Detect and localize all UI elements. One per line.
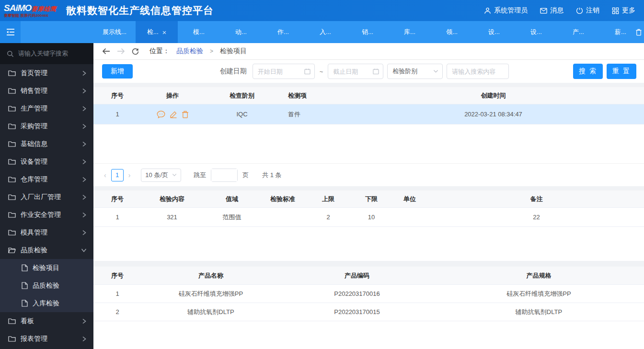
- chevron-down-icon: [433, 69, 438, 73]
- cell-unit: [391, 208, 429, 227]
- start-date-field: [253, 64, 315, 79]
- sidebar-item-equipment[interactable]: 设备管理: [0, 153, 93, 170]
- search-button[interactable]: 搜 索: [573, 64, 603, 79]
- add-button[interactable]: 新增: [102, 64, 133, 79]
- table-header-row: 序号 产品名称 产品编码 产品规格: [93, 267, 644, 285]
- breadcrumb-parent-link[interactable]: 品质检验: [176, 47, 203, 56]
- tab-close-icon[interactable]: ×: [162, 29, 167, 36]
- refresh-button[interactable]: [132, 48, 139, 55]
- breadcrumb-current: 检验项目: [220, 47, 247, 56]
- top-header: SAiMO赛摩雄鹰 赛摩智能 股票代码300466 散料数智化生产线信息管控平台…: [0, 0, 644, 21]
- sidebar-item-warehouse[interactable]: 仓库管理: [0, 170, 93, 188]
- end-date-input[interactable]: [328, 64, 383, 79]
- cell-actions: [141, 104, 204, 124]
- chevron-right-icon: [82, 106, 87, 112]
- jump-label: 跳至: [194, 171, 206, 180]
- breadcrumb-separator: >: [210, 48, 213, 55]
- sidebar-item-sales[interactable]: 销售管理: [0, 82, 93, 100]
- chevron-right-icon: [82, 70, 87, 76]
- tab-item[interactable]: 动...: [220, 21, 262, 43]
- tab-item[interactable]: 销...: [346, 21, 389, 43]
- jump-page-field: [211, 169, 238, 182]
- page-number-button[interactable]: 1: [111, 169, 124, 181]
- col-upper-limit: 上限: [304, 191, 352, 208]
- close-all-tabs-button[interactable]: [635, 21, 642, 43]
- col-seq: 序号: [93, 267, 141, 285]
- user-menu[interactable]: 系统管理员: [484, 6, 528, 15]
- sidebar-item-purchase[interactable]: 采购管理: [0, 117, 93, 135]
- sidebar-item-kanban[interactable]: 看板: [0, 312, 93, 330]
- sidebar-item-reports[interactable]: 报表管理: [0, 330, 93, 348]
- logout-button[interactable]: 注销: [576, 6, 599, 15]
- col-lower-limit: 下限: [352, 191, 391, 208]
- delete-icon[interactable]: [182, 111, 189, 118]
- hamburger-collapse-icon: [6, 28, 15, 36]
- folder-icon: [8, 158, 16, 165]
- back-button[interactable]: [102, 48, 110, 55]
- tab-item[interactable]: 设...: [473, 21, 515, 43]
- cell-lower-limit: 10: [352, 208, 391, 227]
- tab-item[interactable]: 模...: [178, 21, 220, 43]
- keyword-search-field: [447, 64, 509, 79]
- folder-icon: [8, 229, 16, 236]
- submenu-item-quality-inspection[interactable]: 品质检验: [0, 277, 93, 294]
- messages-button[interactable]: 消息: [540, 6, 564, 15]
- tab-item-active[interactable]: 检...×: [136, 21, 178, 43]
- table-header-row: 序号 操作 检查阶别 检测项 创建时间: [93, 87, 644, 104]
- cell-product-name: 硅灰石纤维填充增强PP: [141, 285, 280, 303]
- brand-logo: SAiMO赛摩雄鹰 赛摩智能 股票代码300466: [0, 3, 63, 18]
- cell-product-spec: 辅助抗氧剂DLTP: [434, 303, 644, 321]
- cell-remark: 22: [429, 208, 644, 227]
- sidebar-item-work-safety[interactable]: 作业安全管理: [0, 206, 93, 224]
- reset-button[interactable]: 重 置: [607, 64, 636, 79]
- page-size-select[interactable]: 10 条/页: [141, 169, 181, 182]
- keyword-search-input[interactable]: [447, 64, 508, 79]
- table-row[interactable]: 2 辅助抗氧剂DLTP P202203170015 辅助抗氧剂DLTP: [93, 303, 644, 321]
- cell-product-code: P202203170015: [280, 303, 434, 321]
- end-date-field: [328, 64, 383, 79]
- cell-item: 首件: [280, 104, 343, 124]
- sidebar-search[interactable]: 请输入关键字搜索: [0, 43, 93, 64]
- filter-toolbar: 新增 创建日期 ~ 检验阶别: [93, 60, 644, 83]
- chevron-right-icon: [82, 159, 87, 165]
- app-window: SAiMO赛摩雄鹰 赛摩智能 股票代码300466 散料数智化生产线信息管控平台…: [0, 0, 644, 349]
- submenu-item-warehousing-inspection[interactable]: 入库检验: [0, 294, 93, 312]
- collapse-sidebar-button[interactable]: [0, 21, 21, 43]
- edit-icon[interactable]: [170, 111, 177, 118]
- sidebar-search-placeholder: 请输入关键字搜索: [18, 49, 68, 58]
- sidebar-item-gate-management[interactable]: 入厂出厂管理: [0, 188, 93, 206]
- inspection-stage-select[interactable]: 检验阶别: [387, 64, 443, 79]
- tab-item[interactable]: 设...: [515, 21, 557, 43]
- start-date-input[interactable]: [253, 64, 314, 79]
- forward-button[interactable]: [117, 48, 125, 55]
- tab-item[interactable]: 入...: [304, 21, 346, 43]
- table-row-selected[interactable]: 1 IQC 首件 2022-03-21 08:34:47: [93, 104, 644, 124]
- sidebar-item-home[interactable]: 首页管理: [0, 64, 93, 82]
- sidebar-item-basic-info[interactable]: 基础信息: [0, 135, 93, 153]
- refresh-icon: [132, 48, 139, 55]
- tab-item[interactable]: 领...: [431, 21, 473, 43]
- table-row[interactable]: 1 321 范围值 2 10 22: [93, 208, 644, 227]
- more-button[interactable]: 更多: [612, 6, 635, 15]
- jump-page-input[interactable]: [211, 169, 237, 181]
- submenu-item-inspection-items[interactable]: 检验项目: [0, 259, 93, 277]
- tab-item[interactable]: 库...: [389, 21, 431, 43]
- tab-item[interactable]: 作...: [262, 21, 304, 43]
- page-title: 散料数智化生产线信息管控平台: [66, 4, 214, 17]
- table-row[interactable]: 1 硅灰石纤维填充增强PP P202203170016 硅灰石纤维填充增强PP: [93, 285, 644, 303]
- next-page-button[interactable]: ›: [128, 171, 131, 179]
- tab-item[interactable]: 产...: [557, 21, 599, 43]
- sidebar-item-mold[interactable]: 模具管理: [0, 224, 93, 241]
- col-seq: 序号: [93, 191, 141, 208]
- detail-comment-icon[interactable]: [157, 111, 165, 118]
- table-header-row: 序号 检验内容 值域 检验标准 上限 下限 单位 备注: [93, 191, 644, 208]
- sidebar-item-quality-inspection[interactable]: 品质检验: [0, 241, 93, 259]
- inspection-content-table: 序号 检验内容 值域 检验标准 上限 下限 单位 备注 1: [93, 190, 644, 227]
- quality-submenu: 检验项目 品质检验 入库检验: [0, 259, 93, 312]
- tab-item[interactable]: 展示线...: [93, 21, 136, 43]
- create-date-label: 创建日期: [220, 67, 247, 76]
- sidebar-item-production[interactable]: 生产管理: [0, 100, 93, 117]
- prev-page-button[interactable]: ‹: [104, 171, 106, 179]
- cell-product-code: P202203170016: [280, 285, 434, 303]
- main-content: 位置： 品质检验 > 检验项目 新增 创建日期 ~: [93, 43, 644, 349]
